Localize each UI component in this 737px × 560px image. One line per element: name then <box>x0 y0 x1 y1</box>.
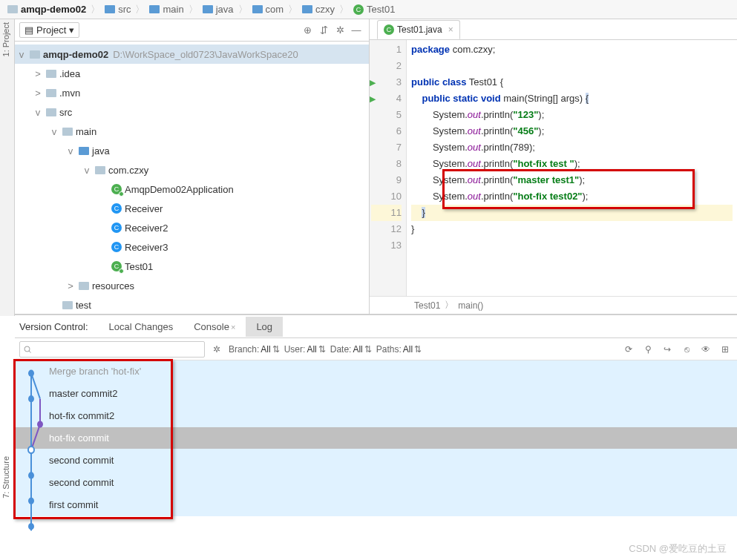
gutter-line[interactable]: 1 <box>371 42 402 58</box>
breadcrumb[interactable]: amqp-demo02〉 src〉 main〉 java〉 com〉 czxy〉… <box>0 0 737 19</box>
eye-icon[interactable]: 👁 <box>698 342 713 357</box>
tool-window-rail[interactable]: 1: Project 7: Structure <box>0 19 15 316</box>
code-line[interactable] <box>411 237 733 254</box>
bc-item[interactable]: com <box>249 4 287 15</box>
gutter-line[interactable]: 12 <box>371 221 402 237</box>
code-line[interactable]: package com.czxy; <box>411 42 733 58</box>
tree-item[interactable]: vcom.czxy <box>15 160 369 179</box>
gutter-line[interactable]: 11 <box>371 205 402 221</box>
hide-icon[interactable]: — <box>348 22 364 39</box>
commit-log[interactable]: Merge branch 'hot-fix'master commit2hot-… <box>15 360 737 539</box>
tab-local-changes[interactable]: Local Changes <box>99 317 184 337</box>
collapse-icon[interactable]: ⇵ <box>315 22 332 39</box>
rail-structure[interactable]: 7: Structure <box>0 453 12 501</box>
gutter-line[interactable]: 6 <box>371 123 402 139</box>
tree-item[interactable]: CReceiver2 <box>15 218 369 237</box>
code-line[interactable]: public class Test01 { <box>411 74 733 90</box>
cherry-pick-icon[interactable]: ⚲ <box>641 342 655 357</box>
chevron-right-icon: 〉 <box>338 3 350 16</box>
gutter-line[interactable]: ▶3 <box>371 74 402 90</box>
code-line[interactable]: System.out.println(789); <box>411 139 733 156</box>
svg-point-9 <box>28 498 34 504</box>
crumb-method[interactable]: main() <box>458 300 483 311</box>
gear-icon[interactable]: ✲ <box>332 22 348 39</box>
gutter-line[interactable]: 7 <box>371 139 402 156</box>
chevron-right-icon: 〉 <box>237 3 249 16</box>
project-title: Project <box>36 24 66 36</box>
filter-paths[interactable]: Paths: All ⇅ <box>376 344 422 355</box>
bc-item[interactable]: src <box>102 4 134 15</box>
tree-item[interactable]: CReceiver3 <box>15 237 369 257</box>
version-control-tool-window: Version Control: Local Changes Console× … <box>15 314 737 539</box>
project-tree[interactable]: vamqp-demo02D:\WorkSpace_old0723\JavaWor… <box>15 42 369 314</box>
log-search-input[interactable] <box>19 341 205 358</box>
refresh-icon[interactable]: ⟳ <box>621 342 636 357</box>
gutter-line[interactable]: 9 <box>371 172 402 188</box>
chevron-right-icon: 〉 <box>134 3 146 16</box>
code-line[interactable] <box>411 58 733 74</box>
folder-icon <box>7 5 18 13</box>
go-to-icon[interactable]: ↪ <box>660 342 675 357</box>
project-header: ▤ Project ▾ ⊕ ⇵ ✲ — <box>15 19 369 42</box>
tree-item[interactable]: CReceiver <box>15 199 369 218</box>
code-line[interactable]: public static void main(String[] args) { <box>411 90 733 107</box>
tree-item[interactable]: CAmqpDemo02Application <box>15 179 369 199</box>
class-icon: C <box>353 4 364 15</box>
close-icon[interactable]: × <box>445 24 453 35</box>
tree-item[interactable]: >resources <box>15 276 369 295</box>
svg-point-6 <box>37 421 43 427</box>
code-line[interactable]: System.out.println("123"); <box>411 107 733 123</box>
project-view-selector[interactable]: ▤ Project ▾ <box>19 22 79 38</box>
more-icon[interactable]: ⊞ <box>718 342 733 357</box>
folder-icon <box>203 5 213 13</box>
highlight-box <box>442 169 695 209</box>
locate-icon[interactable]: ⊕ <box>299 22 315 39</box>
tree-item[interactable]: test <box>15 295 369 314</box>
tree-root[interactable]: vamqp-demo02D:\WorkSpace_old0723\JavaWor… <box>15 45 369 64</box>
close-icon[interactable]: × <box>229 323 235 332</box>
svg-point-5 <box>28 395 34 402</box>
bc-item[interactable]: java <box>200 4 237 15</box>
tree-item[interactable]: vsrc <box>15 102 369 122</box>
gutter-line[interactable]: 5 <box>371 107 402 123</box>
bc-item[interactable]: main <box>146 4 186 15</box>
tree-item[interactable]: vjava <box>15 141 369 160</box>
code-editor[interactable]: 12▶3▶45678910111213 package com.czxy;pub… <box>370 40 737 296</box>
gutter[interactable]: 12▶3▶45678910111213 <box>370 40 407 296</box>
bc-label: java <box>216 4 234 15</box>
code-line[interactable]: System.out.println("456"); <box>411 123 733 139</box>
code-area[interactable]: package com.czxy;public class Test01 { p… <box>407 40 737 296</box>
intellisort-icon[interactable]: ⎋ <box>679 342 694 357</box>
tab-console[interactable]: Console× <box>183 317 246 337</box>
filter-branch[interactable]: Branch: All ⇅ <box>229 344 280 355</box>
tab-log[interactable]: Log <box>246 317 283 337</box>
filter-user[interactable]: User: All ⇅ <box>284 344 326 355</box>
tree-item[interactable]: >.idea <box>15 64 369 83</box>
gutter-line[interactable]: 8 <box>371 156 402 172</box>
class-icon: C <box>384 24 394 35</box>
bc-item[interactable]: amqp-demo02 <box>4 4 89 15</box>
tree-item[interactable]: >.mvn <box>15 83 369 102</box>
tree-item[interactable]: CTest01 <box>15 257 369 276</box>
gear-icon[interactable]: ✲ <box>209 342 224 357</box>
editor-tab[interactable]: C Test01.java × <box>377 20 460 39</box>
gutter-line[interactable]: 2 <box>371 58 402 74</box>
filter-date[interactable]: Date: All ⇅ <box>330 344 372 355</box>
bc-label: main <box>163 4 183 15</box>
gutter-line[interactable]: 10 <box>371 188 402 205</box>
bc-item[interactable]: CTest01 <box>350 4 398 15</box>
watermark: CSDN @爱吃豆的土豆 <box>629 542 727 556</box>
gutter-line[interactable]: ▶4 <box>371 90 402 107</box>
editor-tabs[interactable]: C Test01.java × <box>370 19 737 40</box>
code-line[interactable]: } <box>411 221 733 237</box>
vcs-tab-bar[interactable]: Version Control: Local Changes Console× … <box>15 314 737 338</box>
bc-item[interactable]: czxy <box>299 4 338 15</box>
crumb-class[interactable]: Test01 <box>414 300 440 311</box>
vcs-title: Version Control: <box>19 321 99 332</box>
editor-breadcrumb[interactable]: Test01 〉 main() <box>370 296 737 314</box>
rail-project[interactable]: 1: Project <box>0 19 12 59</box>
svg-point-10 <box>28 523 34 530</box>
tree-item[interactable]: vmain <box>15 122 369 141</box>
gutter-line[interactable]: 13 <box>371 237 402 254</box>
project-tool-window: ▤ Project ▾ ⊕ ⇵ ✲ — vamqp-demo02D:\WorkS… <box>15 19 370 314</box>
